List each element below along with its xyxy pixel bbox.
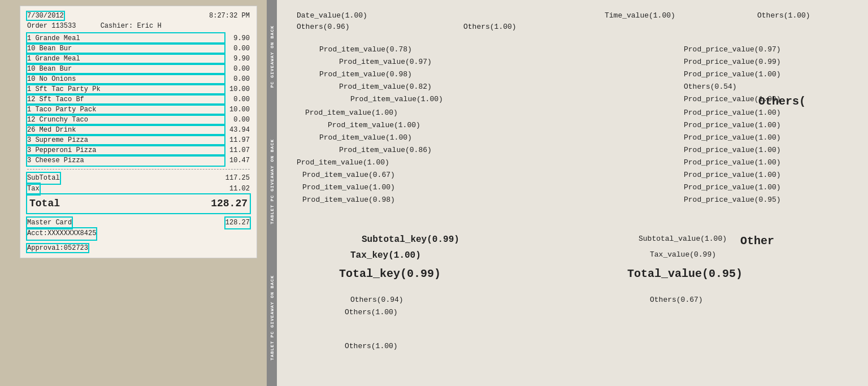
- item-name-8: 12 Crunchy Taco: [27, 115, 224, 125]
- receipt-item-3: 10 Bean Bur0.00: [27, 64, 250, 74]
- ann-prod-price-12: Prod_price_value(1.00): [684, 183, 781, 192]
- subtotal-row: SubTotal 117.25: [27, 173, 250, 184]
- tax-label: Tax: [27, 184, 40, 194]
- item-name-9: 26 Med Drink: [27, 125, 224, 135]
- ann-others-subtotal-2: Others(1.00): [345, 308, 398, 316]
- item-price-11: 11.07: [224, 145, 250, 155]
- ann-subtotal-value: Subtotal_value(1.00): [639, 235, 727, 243]
- receipt-item-9: 26 Med Drink43.94: [27, 125, 250, 135]
- receipt-items-list: 1 Grande Meal9.9010 Bean Bur0.001 Grande…: [27, 33, 250, 166]
- ann-prod-item-6: Prod_item_value(1.00): [305, 109, 398, 117]
- receipt-item-6: 12 Sft Taco Bf0.00: [27, 94, 250, 105]
- receipt-item-2: 1 Grande Meal9.90: [27, 54, 250, 64]
- item-price-5: 10.00: [224, 84, 250, 94]
- account-row: Acct:XXXXXXXX8425: [27, 228, 250, 239]
- item-name-1: 10 Bean Bur: [27, 44, 224, 54]
- item-price-1: 0.00: [224, 44, 250, 54]
- subtotal-value: 117.25: [225, 173, 250, 184]
- ann-prod-item-13: Prod_item_value(0.98): [302, 196, 395, 204]
- receipt-item-11: 3 Pepperoni Pizza11.07: [27, 145, 250, 155]
- ann-prod-item-4: Prod_item_value(0.82): [339, 83, 432, 91]
- side-text-1: PC GIVEAWAY ON BACK: [270, 25, 275, 88]
- receipt-item-1: 10 Bean Bur0.00: [27, 44, 250, 54]
- ann-date-value: Date_value(1.00): [297, 11, 367, 20]
- receipt-panel: 7/30/2012 8:27:32 PM Order 113533 Cashie…: [0, 0, 277, 386]
- ann-prod-item-9: Prod_item_value(0.86): [339, 146, 432, 154]
- item-name-4: 10 No Onions: [27, 74, 224, 84]
- receipt-order-number: Order 113533: [27, 22, 76, 30]
- ann-prod-item-1: Prod_item_value(0.78): [319, 45, 412, 54]
- receipt-header: 7/30/2012 8:27:32 PM: [27, 12, 250, 20]
- ann-others-subtotal-3: Others(1.00): [345, 342, 398, 350]
- ann-prod-item-3: Prod_item_value(0.98): [319, 70, 412, 79]
- item-name-7: 1 Taco Party Pack: [27, 105, 224, 115]
- payment-amount: 128.27: [225, 218, 250, 228]
- ann-prod-price-9: Prod_price_value(1.00): [684, 146, 781, 154]
- annotation-panel: Date_value(1.00) Others(0.96) Others(1.0…: [277, 0, 868, 386]
- ann-time-value: Time_value(1.00): [605, 11, 675, 20]
- ann-tax-key: Tax_key(1.00): [350, 250, 421, 261]
- receipt-cashier: Cashier: Eric H: [101, 22, 162, 30]
- ann-others-large: Other: [740, 235, 774, 248]
- item-price-12: 10.47: [224, 155, 250, 166]
- total-value: 128.27: [211, 196, 248, 212]
- receipt-item-0: 1 Grande Meal9.90: [27, 33, 250, 44]
- payment-method-row: Master Card 128.27: [27, 218, 250, 228]
- item-name-0: 1 Grande Meal: [27, 33, 224, 44]
- receipt-item-8: 12 Crunchy Taco0.00: [27, 115, 250, 125]
- ann-prod-item-12: Prod_item_value(1.00): [302, 183, 395, 192]
- item-price-4: 0.00: [224, 74, 250, 84]
- item-price-3: 0.00: [224, 64, 250, 74]
- tax-row: Tax 11.02: [27, 184, 250, 194]
- annotation-content: Date_value(1.00) Others(0.96) Others(1.0…: [288, 8, 857, 378]
- item-name-11: 3 Pepperoni Pizza: [27, 145, 224, 155]
- item-name-10: 3 Supreme Pizza: [27, 135, 224, 145]
- tax-value: 11.02: [229, 184, 250, 194]
- item-name-3: 10 Bean Bur: [27, 64, 224, 74]
- receipt-time: 8:27:32 PM: [209, 12, 250, 20]
- total-row: Total 128.27: [27, 194, 250, 213]
- ann-prod-item-5: Prod_item_value(1.00): [350, 95, 443, 103]
- ann-prod-item-7: Prod_item_value(1.00): [328, 121, 420, 129]
- receipt-item-7: 1 Taco Party Pack10.00: [27, 105, 250, 115]
- ann-others-1: Others(0.96): [297, 23, 350, 31]
- item-name-2: 1 Grande Meal: [27, 54, 224, 64]
- receipt-payment: Master Card 128.27 Acct:XXXXXXXX8425: [27, 218, 250, 239]
- ann-prod-price-6: Prod_price_value(1.00): [684, 109, 781, 117]
- item-price-7: 10.00: [224, 105, 250, 115]
- ann-prod-price-4: Others(0.54): [684, 83, 737, 91]
- ann-tax-value: Tax_value(0.99): [650, 250, 716, 259]
- receipt-order-row: Order 113533 Cashier: Eric H: [27, 22, 250, 30]
- side-label: PC GIVEAWAY ON BACK TABLET PC GIVEAWAY O…: [267, 0, 277, 386]
- ann-total-value: Total_value(0.95): [627, 267, 743, 280]
- subtotal-label: SubTotal: [27, 173, 60, 184]
- receipt-date: 7/30/2012: [27, 12, 64, 20]
- ann-prod-price-13: Prod_price_value(0.95): [684, 196, 781, 204]
- ann-prod-price-8: Prod_price_value(1.00): [684, 133, 781, 142]
- payment-method: Master Card: [27, 218, 72, 228]
- item-price-2: 9.90: [224, 54, 250, 64]
- ann-prod-price-1: Prod_price_value(0.97): [684, 45, 781, 54]
- ann-others-3: Others(1.00): [757, 11, 810, 20]
- item-name-12: 3 Cheese Pizza: [27, 155, 224, 166]
- ann-prod-item-10: Prod_item_value(1.00): [297, 158, 389, 167]
- receipt-item-5: 1 Sft Tac Party Pk10.00: [27, 84, 250, 94]
- item-price-8: 0.00: [224, 115, 250, 125]
- ann-prod-item-11: Prod_item_value(0.67): [302, 171, 395, 179]
- item-price-9: 43.94: [224, 125, 250, 135]
- ann-prod-price-10: Prod_price_value(1.00): [684, 158, 781, 167]
- ann-prod-price-2: Prod_price_value(0.99): [684, 58, 781, 66]
- receipt-approval: Approval:052723: [27, 244, 250, 252]
- side-text-2: TABLET PC GIVEAWAY ON BACK: [270, 139, 275, 224]
- ann-prod-price-3: Prod_price_value(1.00): [684, 70, 781, 79]
- ann-prod-item-8: Prod_item_value(1.00): [319, 133, 412, 142]
- receipt: 7/30/2012 8:27:32 PM Order 113533 Cashie…: [20, 6, 257, 258]
- ann-prod-price-11: Prod_price_value(1.00): [684, 171, 781, 179]
- ann-others-subtotal-1: Others(0.94): [350, 296, 403, 304]
- ann-others-2: Others(1.00): [463, 23, 517, 31]
- ann-others-overlap: Others(: [758, 95, 806, 108]
- receipt-item-12: 3 Cheese Pizza10.47: [27, 155, 250, 166]
- ann-others-right-1: Others(0.67): [650, 296, 703, 304]
- ann-prod-item-2: Prod_item_value(0.97): [339, 58, 432, 66]
- ann-prod-price-7: Prod_price_value(1.00): [684, 121, 781, 129]
